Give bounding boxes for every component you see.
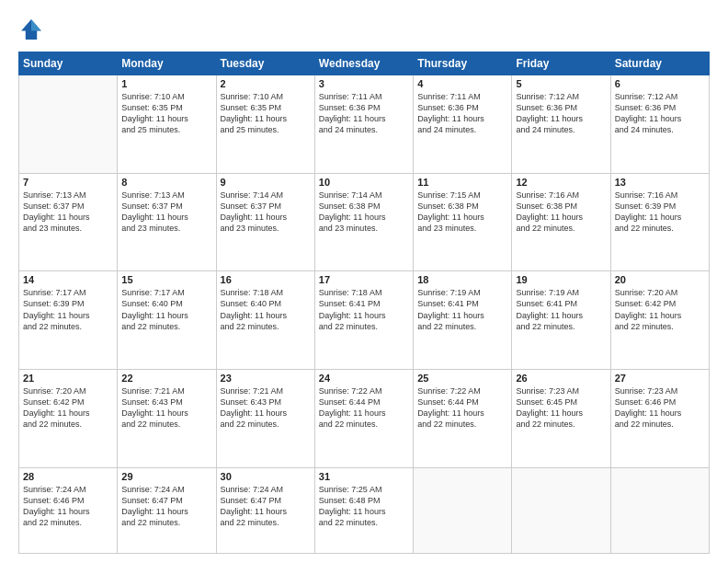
day-number: 31: [319, 471, 409, 482]
calendar-cell: 3Sunrise: 7:11 AM Sunset: 6:36 PM Daylig…: [314, 75, 413, 174]
calendar-cell: 13Sunrise: 7:16 AM Sunset: 6:39 PM Dayli…: [610, 173, 709, 271]
calendar-cell: 17Sunrise: 7:18 AM Sunset: 6:41 PM Dayli…: [314, 271, 413, 370]
day-number: 14: [23, 274, 113, 285]
calendar-cell: 26Sunrise: 7:23 AM Sunset: 6:45 PM Dayli…: [512, 369, 610, 467]
calendar-cell: 31Sunrise: 7:25 AM Sunset: 6:48 PM Dayli…: [314, 467, 413, 553]
cell-info: Sunrise: 7:19 AM Sunset: 6:41 PM Dayligh…: [516, 287, 606, 332]
calendar-cell: [19, 75, 118, 174]
calendar-cell: 18Sunrise: 7:19 AM Sunset: 6:41 PM Dayli…: [414, 271, 512, 370]
calendar-cell: 8Sunrise: 7:13 AM Sunset: 6:37 PM Daylig…: [118, 173, 216, 271]
cell-info: Sunrise: 7:18 AM Sunset: 6:41 PM Dayligh…: [319, 287, 409, 332]
calendar-cell: 7Sunrise: 7:13 AM Sunset: 6:37 PM Daylig…: [19, 173, 118, 271]
day-number: 9: [221, 177, 311, 188]
day-number: 5: [516, 78, 606, 89]
cell-info: Sunrise: 7:11 AM Sunset: 6:36 PM Dayligh…: [417, 91, 507, 136]
week-row-3: 14Sunrise: 7:17 AM Sunset: 6:39 PM Dayli…: [19, 271, 710, 370]
cell-info: Sunrise: 7:24 AM Sunset: 6:47 PM Dayligh…: [121, 484, 211, 529]
cell-info: Sunrise: 7:15 AM Sunset: 6:38 PM Dayligh…: [417, 190, 507, 235]
calendar-cell: 23Sunrise: 7:21 AM Sunset: 6:43 PM Dayli…: [216, 369, 314, 467]
calendar-cell: 19Sunrise: 7:19 AM Sunset: 6:41 PM Dayli…: [512, 271, 610, 370]
day-number: 19: [516, 274, 606, 285]
cell-info: Sunrise: 7:13 AM Sunset: 6:37 PM Dayligh…: [23, 190, 113, 235]
day-number: 2: [221, 78, 311, 89]
calendar-cell: 25Sunrise: 7:22 AM Sunset: 6:44 PM Dayli…: [414, 369, 512, 467]
week-row-2: 7Sunrise: 7:13 AM Sunset: 6:37 PM Daylig…: [19, 173, 710, 271]
cell-info: Sunrise: 7:17 AM Sunset: 6:39 PM Dayligh…: [23, 287, 113, 332]
cell-info: Sunrise: 7:12 AM Sunset: 6:36 PM Dayligh…: [516, 91, 606, 136]
cell-info: Sunrise: 7:21 AM Sunset: 6:43 PM Dayligh…: [121, 385, 211, 431]
calendar-cell: 2Sunrise: 7:10 AM Sunset: 6:35 PM Daylig…: [216, 75, 314, 174]
calendar-cell: 21Sunrise: 7:20 AM Sunset: 6:42 PM Dayli…: [19, 369, 118, 467]
calendar-cell: 6Sunrise: 7:12 AM Sunset: 6:36 PM Daylig…: [610, 75, 709, 174]
col-header-friday: Friday: [512, 52, 610, 75]
day-number: 17: [319, 274, 409, 285]
calendar-cell: 16Sunrise: 7:18 AM Sunset: 6:40 PM Dayli…: [216, 271, 314, 370]
day-number: 24: [319, 373, 409, 384]
calendar-page: SundayMondayTuesdayWednesdayThursdayFrid…: [0, 0, 728, 563]
col-header-wednesday: Wednesday: [314, 52, 413, 75]
cell-info: Sunrise: 7:16 AM Sunset: 6:38 PM Dayligh…: [516, 190, 606, 235]
calendar-cell: 5Sunrise: 7:12 AM Sunset: 6:36 PM Daylig…: [512, 75, 610, 174]
day-number: 10: [319, 177, 409, 188]
cell-info: Sunrise: 7:14 AM Sunset: 6:38 PM Dayligh…: [319, 190, 409, 235]
day-number: 27: [615, 373, 705, 384]
cell-info: Sunrise: 7:12 AM Sunset: 6:36 PM Dayligh…: [615, 91, 705, 136]
calendar-cell: 20Sunrise: 7:20 AM Sunset: 6:42 PM Dayli…: [610, 271, 709, 370]
calendar-cell: 30Sunrise: 7:24 AM Sunset: 6:47 PM Dayli…: [216, 467, 314, 553]
header-row: SundayMondayTuesdayWednesdayThursdayFrid…: [19, 52, 710, 75]
day-number: 23: [221, 373, 311, 384]
cell-info: Sunrise: 7:20 AM Sunset: 6:42 PM Dayligh…: [615, 287, 705, 332]
day-number: 11: [417, 177, 507, 188]
cell-info: Sunrise: 7:21 AM Sunset: 6:43 PM Dayligh…: [221, 385, 311, 431]
calendar-cell: [414, 467, 512, 553]
svg-marker-1: [31, 19, 41, 30]
calendar-cell: 22Sunrise: 7:21 AM Sunset: 6:43 PM Dayli…: [118, 369, 216, 467]
calendar-cell: 1Sunrise: 7:10 AM Sunset: 6:35 PM Daylig…: [118, 75, 216, 174]
day-number: 26: [516, 373, 606, 384]
calendar-cell: [512, 467, 610, 553]
cell-info: Sunrise: 7:19 AM Sunset: 6:41 PM Dayligh…: [417, 287, 507, 332]
cell-info: Sunrise: 7:24 AM Sunset: 6:46 PM Dayligh…: [23, 484, 113, 529]
col-header-saturday: Saturday: [610, 52, 709, 75]
header: [18, 17, 710, 42]
cell-info: Sunrise: 7:17 AM Sunset: 6:40 PM Dayligh…: [121, 287, 211, 332]
col-header-monday: Monday: [118, 52, 216, 75]
cell-info: Sunrise: 7:11 AM Sunset: 6:36 PM Dayligh…: [319, 91, 409, 136]
day-number: 16: [221, 274, 311, 285]
day-number: 21: [23, 373, 113, 384]
cell-info: Sunrise: 7:25 AM Sunset: 6:48 PM Dayligh…: [319, 484, 409, 529]
week-row-4: 21Sunrise: 7:20 AM Sunset: 6:42 PM Dayli…: [19, 369, 710, 467]
calendar-cell: 28Sunrise: 7:24 AM Sunset: 6:46 PM Dayli…: [19, 467, 118, 553]
cell-info: Sunrise: 7:14 AM Sunset: 6:37 PM Dayligh…: [221, 190, 311, 235]
cell-info: Sunrise: 7:10 AM Sunset: 6:35 PM Dayligh…: [221, 91, 311, 136]
col-header-thursday: Thursday: [414, 52, 512, 75]
cell-info: Sunrise: 7:22 AM Sunset: 6:44 PM Dayligh…: [319, 385, 409, 431]
calendar-cell: 12Sunrise: 7:16 AM Sunset: 6:38 PM Dayli…: [512, 173, 610, 271]
day-number: 8: [121, 177, 211, 188]
cell-info: Sunrise: 7:23 AM Sunset: 6:45 PM Dayligh…: [516, 385, 606, 431]
cell-info: Sunrise: 7:10 AM Sunset: 6:35 PM Dayligh…: [121, 91, 211, 136]
calendar-cell: 4Sunrise: 7:11 AM Sunset: 6:36 PM Daylig…: [414, 75, 512, 174]
day-number: 30: [221, 471, 311, 482]
day-number: 18: [417, 274, 507, 285]
day-number: 12: [516, 177, 606, 188]
calendar-cell: 24Sunrise: 7:22 AM Sunset: 6:44 PM Dayli…: [314, 369, 413, 467]
calendar-cell: 11Sunrise: 7:15 AM Sunset: 6:38 PM Dayli…: [414, 173, 512, 271]
logo: [18, 17, 48, 42]
calendar-cell: 9Sunrise: 7:14 AM Sunset: 6:37 PM Daylig…: [216, 173, 314, 271]
day-number: 7: [23, 177, 113, 188]
calendar-cell: 10Sunrise: 7:14 AM Sunset: 6:38 PM Dayli…: [314, 173, 413, 271]
day-number: 13: [615, 177, 705, 188]
col-header-tuesday: Tuesday: [216, 52, 314, 75]
calendar-table: SundayMondayTuesdayWednesdayThursdayFrid…: [18, 52, 710, 554]
day-number: 4: [417, 78, 507, 89]
day-number: 25: [417, 373, 507, 384]
calendar-cell: 29Sunrise: 7:24 AM Sunset: 6:47 PM Dayli…: [118, 467, 216, 553]
day-number: 3: [319, 78, 409, 89]
calendar-cell: 14Sunrise: 7:17 AM Sunset: 6:39 PM Dayli…: [19, 271, 118, 370]
day-number: 28: [23, 471, 113, 482]
day-number: 29: [121, 471, 211, 482]
cell-info: Sunrise: 7:16 AM Sunset: 6:39 PM Dayligh…: [615, 190, 705, 235]
day-number: 20: [615, 274, 705, 285]
cell-info: Sunrise: 7:20 AM Sunset: 6:42 PM Dayligh…: [23, 385, 113, 431]
